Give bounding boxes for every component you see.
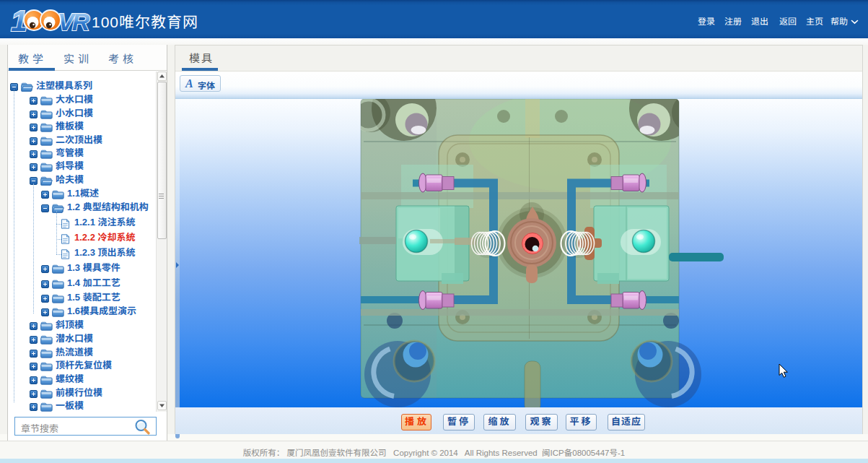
svg-text:VR: VR (58, 8, 90, 35)
